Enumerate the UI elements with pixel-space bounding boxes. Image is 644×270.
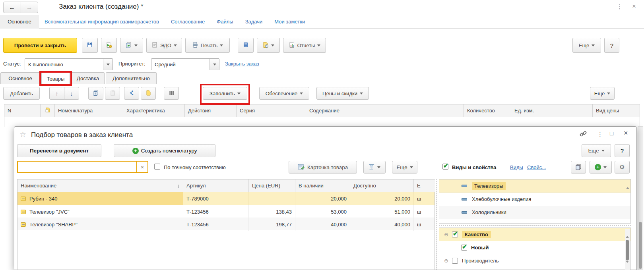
- table-row[interactable]: Рубин - 340 Т-789000 20,000 20,000 ш: [17, 192, 435, 205]
- split-row-button[interactable]: [124, 87, 139, 100]
- vertical-splitter[interactable]: [436, 179, 437, 270]
- dialog-menu-icon[interactable]: ⋮: [597, 131, 603, 138]
- col-name[interactable]: Наименование ↓: [17, 179, 183, 192]
- fill-button[interactable]: Заполнить: [203, 87, 247, 100]
- edo-button[interactable]: ЭДО: [146, 38, 182, 53]
- col-attachment[interactable]: [41, 104, 55, 117]
- window-scroll-thumb[interactable]: [639, 222, 642, 269]
- exact-match-checkbox[interactable]: [154, 164, 160, 170]
- forward-button[interactable]: →: [21, 2, 38, 13]
- tab-dopolnitelno[interactable]: Дополнительно: [106, 72, 157, 84]
- dialog-help-button[interactable]: ?: [615, 144, 630, 157]
- help-button[interactable]: ?: [604, 38, 619, 53]
- col-nomenclature[interactable]: Номенклатура: [55, 104, 123, 117]
- kinds-scroll-up-icon[interactable]: [626, 181, 629, 187]
- properties-link[interactable]: Свойс...: [527, 164, 546, 170]
- nav-link-zadachi[interactable]: Задачи: [245, 19, 263, 25]
- dialog-more-button[interactable]: Еще: [582, 144, 611, 157]
- tab-osnovnoe[interactable]: Основное: [0, 72, 40, 84]
- back-button[interactable]: ←: [4, 2, 21, 13]
- supply-button[interactable]: Обеспечение: [259, 87, 309, 100]
- col-price-kind[interactable]: Вид цены: [593, 104, 640, 117]
- move-down-button[interactable]: ↓: [64, 87, 79, 100]
- reports-button[interactable]: Отчеты: [283, 38, 326, 53]
- paste-button[interactable]: [105, 87, 120, 100]
- horizontal-splitter[interactable]: [439, 225, 631, 226]
- property-row-quality[interactable]: ⊖ Качество: [439, 228, 630, 241]
- tree-scroll-up-icon[interactable]: [626, 230, 629, 236]
- search-input[interactable]: ×: [17, 161, 148, 173]
- col-characteristic[interactable]: Характеристика: [123, 104, 185, 117]
- collapse-icon[interactable]: ⊖: [444, 258, 448, 264]
- col-stock[interactable]: В наличии: [295, 179, 350, 192]
- copy-button[interactable]: [88, 87, 103, 100]
- nav-tab-osnovnoe[interactable]: Основное: [0, 15, 39, 29]
- filter-button[interactable]: [363, 161, 386, 174]
- dialog-maximize-icon[interactable]: □: [610, 130, 613, 137]
- register-records-button[interactable]: [238, 38, 254, 53]
- nav-link-faily[interactable]: Файлы: [217, 19, 233, 25]
- grid-more-button[interactable]: Еще: [590, 87, 615, 100]
- prices-discounts-button[interactable]: Цены и скидки: [316, 87, 369, 100]
- col-series[interactable]: Серия: [237, 104, 306, 117]
- attachments-button[interactable]: [141, 87, 156, 100]
- dialog-close-icon[interactable]: ×: [624, 129, 628, 137]
- status-combobox[interactable]: К выполнению: [25, 58, 113, 70]
- tab-dostavka[interactable]: Доставка: [71, 72, 105, 84]
- nav-link-vspomogatelnaya[interactable]: Вспомогательная информация взаиморасчето…: [45, 19, 159, 25]
- print-button[interactable]: Печать: [185, 38, 230, 53]
- barcode-scan-button[interactable]: [164, 87, 179, 100]
- close-order-link[interactable]: Закрыть заказ: [225, 61, 259, 67]
- window-scrollbar[interactable]: [638, 126, 643, 270]
- tree-scroll-thumb[interactable]: [626, 240, 629, 260]
- property-row-new[interactable]: Новый: [439, 241, 630, 254]
- post-and-close-button[interactable]: Провести и закрыть: [3, 38, 77, 53]
- table-row[interactable]: Телевизор "SHARP" Т-123456 198,77 40,000…: [17, 218, 435, 230]
- add-row-button[interactable]: Добавить: [3, 87, 40, 100]
- more-button[interactable]: Еще: [572, 38, 601, 53]
- tab-tovary[interactable]: Товары: [41, 72, 70, 85]
- favorite-star-icon[interactable]: ☆: [19, 130, 26, 139]
- new-checkbox[interactable]: [461, 245, 467, 251]
- col-n[interactable]: N: [4, 104, 41, 117]
- tree-scrollbar[interactable]: [625, 229, 630, 270]
- kinds-link[interactable]: Виды: [510, 164, 523, 170]
- nav-link-zametki[interactable]: Мои заметки: [274, 19, 305, 25]
- window-close-icon[interactable]: ×: [632, 2, 636, 10]
- list-more-button[interactable]: Еще: [392, 161, 417, 174]
- nav-link-soglasovanie[interactable]: Согласование: [171, 19, 205, 25]
- col-available[interactable]: Доступно: [350, 179, 414, 192]
- clear-search-icon[interactable]: ×: [136, 162, 147, 172]
- post-document-button[interactable]: [101, 38, 117, 53]
- get-link-icon[interactable]: [579, 130, 587, 139]
- schedule-document-dropdown-button[interactable]: [257, 38, 280, 53]
- create-nomenclature-button[interactable]: + Создать номенклатуру: [114, 144, 215, 157]
- col-article[interactable]: Артикул: [183, 179, 249, 192]
- col-unit-cut[interactable]: Е: [414, 179, 435, 192]
- kind-item[interactable]: Хлебобулочные изделия: [439, 193, 630, 206]
- settings-button[interactable]: ⚙: [615, 161, 630, 174]
- quality-checkbox[interactable]: [452, 231, 458, 237]
- col-actions[interactable]: Действия: [185, 104, 237, 117]
- move-up-button[interactable]: ↑: [49, 87, 64, 100]
- kind-item-selected[interactable]: Телевизоры: [439, 179, 630, 193]
- table-row[interactable]: Телевизор "JVC" Т-123456 138,43 53,000 5…: [17, 205, 435, 218]
- col-unit[interactable]: Ед. изм.: [511, 104, 593, 117]
- tree-scroll-down-icon[interactable]: [626, 263, 629, 269]
- transfer-to-document-button[interactable]: Перенести в документ: [17, 144, 101, 157]
- compare-pages-button[interactable]: [571, 161, 586, 174]
- priority-combobox[interactable]: Средний: [151, 58, 219, 70]
- window-menu-icon[interactable]: ⋮: [617, 3, 623, 10]
- kind-item[interactable]: Холодильники: [439, 206, 630, 219]
- post-document-dropdown-button[interactable]: [120, 38, 143, 53]
- property-row-manufacturer[interactable]: ⊖ Производитель: [439, 254, 630, 267]
- priority-dropdown-button[interactable]: [209, 59, 219, 70]
- col-quantity[interactable]: Количество: [464, 104, 511, 117]
- save-button[interactable]: [82, 38, 98, 53]
- collapse-icon[interactable]: ⊖: [444, 231, 448, 237]
- col-price[interactable]: Цена (EUR): [249, 179, 295, 192]
- product-card-button[interactable]: Карточка товара: [289, 161, 357, 174]
- status-dropdown-button[interactable]: [103, 59, 113, 70]
- add-kind-button[interactable]: +: [590, 161, 612, 174]
- manufacturer-checkbox[interactable]: [452, 258, 458, 264]
